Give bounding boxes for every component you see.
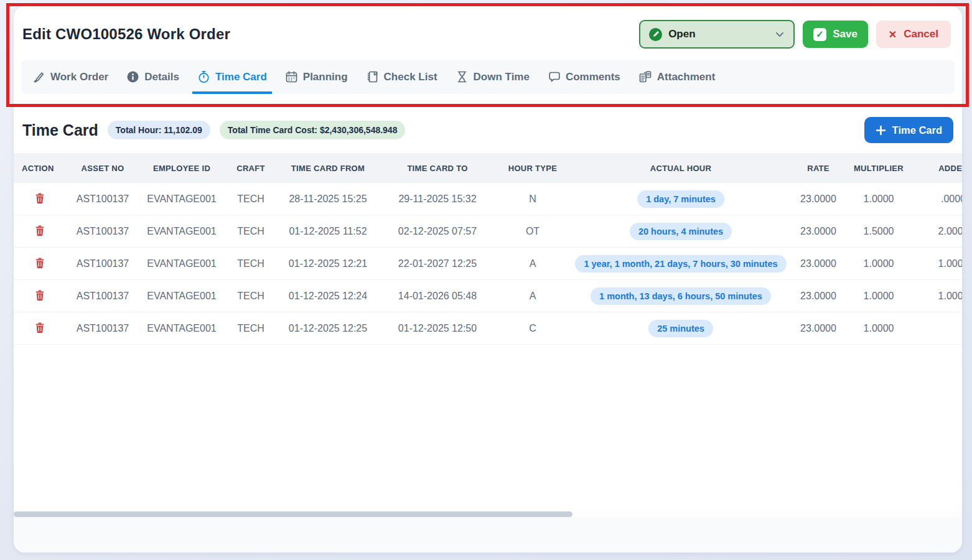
tab-label: Attachment bbox=[657, 71, 716, 83]
actual-hour-pill: 1 year, 1 month, 21 days, 7 hours, 30 mi… bbox=[575, 255, 786, 273]
cell-time-card-to: 01-12-2025 12:50 bbox=[382, 323, 493, 334]
tab-label: Check List bbox=[384, 71, 437, 83]
cell-craft: TECH bbox=[228, 258, 274, 269]
x-icon: ✕ bbox=[889, 29, 897, 40]
delete-row-button[interactable] bbox=[32, 320, 48, 337]
tab-label: Down Time bbox=[474, 71, 530, 83]
cell-craft: TECH bbox=[228, 194, 274, 205]
cell-hour-type: OT bbox=[493, 226, 572, 237]
cell-hour-type: N bbox=[493, 194, 572, 205]
delete-row-button[interactable] bbox=[32, 288, 48, 304]
cell-actual-hour: 20 hours, 4 minutes bbox=[572, 223, 789, 240]
cell-time-card-from: 28-11-2025 15:25 bbox=[274, 194, 382, 205]
column-header-hour-type: HOUR TYPE bbox=[493, 164, 572, 173]
cell-craft: TECH bbox=[228, 226, 274, 237]
cell-actual-hour: 25 minutes bbox=[572, 320, 789, 337]
cell-time-card-to: 14-01-2026 05:48 bbox=[382, 291, 493, 302]
cell-multiplier: 1.0000 bbox=[848, 323, 910, 334]
cell-employee-id: EVANTAGE001 bbox=[136, 258, 228, 269]
horizontal-scrollbar-thumb[interactable] bbox=[14, 511, 572, 517]
tab-bar: Work OrderDetailsTime CardPlanningCheck … bbox=[21, 60, 955, 94]
actual-hour-pill: 20 hours, 4 minutes bbox=[630, 223, 732, 240]
total-cost-badge: Total Time Card Cost: $2,430,306,548.948 bbox=[220, 121, 406, 139]
cell-asset-no: AST100137 bbox=[70, 258, 136, 269]
pen-icon bbox=[32, 70, 45, 83]
column-header-action: ACTION bbox=[14, 164, 70, 173]
cancel-button[interactable]: ✕ Cancel bbox=[876, 21, 951, 48]
delete-row-button[interactable] bbox=[32, 223, 48, 240]
cell-hour-type: C bbox=[493, 323, 572, 334]
notebook-icon bbox=[366, 70, 379, 83]
tab-label: Work Order bbox=[50, 71, 108, 83]
hourglass-icon bbox=[456, 70, 469, 83]
cell-adder: 2.0000 bbox=[910, 226, 962, 237]
cell-multiplier: 1.0000 bbox=[848, 291, 910, 302]
pencil-circle-icon bbox=[649, 28, 662, 41]
status-select-value: Open bbox=[668, 28, 695, 40]
attachment-icon bbox=[638, 70, 652, 83]
cell-craft: TECH bbox=[228, 323, 274, 334]
cell-asset-no: AST100137 bbox=[70, 291, 136, 302]
cell-adder: 1.0000 bbox=[910, 258, 962, 269]
save-button-label: Save bbox=[833, 28, 858, 40]
time-card-table: ACTIONASSET NOEMPLOYEE IDCRAFTTIME CARD … bbox=[14, 153, 962, 345]
tab-label: Planning bbox=[303, 71, 348, 83]
time-card-section-header: Time Card Total Hour: 11,102.09 Total Ti… bbox=[14, 105, 962, 153]
delete-row-button[interactable] bbox=[32, 256, 48, 272]
column-header-asset-no: ASSET NO bbox=[70, 164, 136, 173]
tab-attachment[interactable]: Attachment bbox=[638, 60, 716, 94]
tab-down-time[interactable]: Down Time bbox=[456, 60, 530, 94]
save-button[interactable]: ✓ Save bbox=[803, 21, 868, 48]
tab-work-order[interactable]: Work Order bbox=[32, 60, 108, 94]
table-row: AST100137EVANTAGE001TECH01-12-2025 12:24… bbox=[14, 280, 962, 312]
trash-icon bbox=[34, 225, 45, 238]
chevron-down-icon bbox=[775, 29, 785, 39]
cell-time-card-to: 02-12-2025 07:57 bbox=[382, 226, 493, 237]
comment-icon bbox=[548, 70, 561, 83]
page-title: Edit CWO100526 Work Order bbox=[22, 26, 230, 43]
cell-multiplier: 1.0000 bbox=[848, 258, 910, 269]
calendar-icon bbox=[285, 70, 298, 83]
horizontal-scrollbar bbox=[14, 511, 962, 517]
delete-row-button[interactable] bbox=[32, 191, 48, 207]
cell-time-card-from: 01-12-2025 12:24 bbox=[274, 291, 382, 302]
trash-icon bbox=[34, 192, 45, 206]
cell-asset-no: AST100137 bbox=[70, 323, 136, 334]
status-select[interactable]: Open bbox=[639, 20, 795, 49]
column-header-multiplier: MULTIPLIER bbox=[848, 164, 910, 173]
tab-time-card[interactable]: Time Card bbox=[197, 60, 267, 94]
trash-icon bbox=[34, 257, 45, 271]
card-footer bbox=[14, 517, 962, 553]
cell-actual-hour: 1 day, 7 minutes bbox=[572, 190, 789, 208]
cell-hour-type: A bbox=[493, 258, 572, 269]
section-title: Time Card bbox=[22, 121, 98, 139]
tab-planning[interactable]: Planning bbox=[285, 60, 348, 94]
cell-employee-id: EVANTAGE001 bbox=[136, 291, 228, 302]
cell-adder: 1.0000 bbox=[910, 291, 962, 302]
column-header-time-card-from: TIME CARD FROM bbox=[274, 164, 382, 173]
table-row: AST100137EVANTAGE001TECH01-12-2025 12:21… bbox=[14, 248, 962, 280]
add-time-card-button[interactable]: Time Card bbox=[864, 117, 953, 143]
cell-actual-hour: 1 month, 13 days, 6 hours, 50 minutes bbox=[572, 287, 789, 305]
tab-label: Details bbox=[144, 71, 179, 83]
cell-rate: 23.0000 bbox=[789, 194, 848, 205]
cell-hour-type: A bbox=[493, 291, 572, 302]
column-header-adder: ADDER bbox=[910, 164, 962, 173]
tab-details[interactable]: Details bbox=[126, 60, 179, 94]
trash-icon bbox=[34, 289, 45, 303]
column-header-rate: RATE bbox=[789, 164, 848, 173]
cell-time-card-from: 01-12-2025 11:52 bbox=[274, 226, 382, 237]
actual-hour-pill: 25 minutes bbox=[648, 320, 713, 337]
cell-asset-no: AST100137 bbox=[70, 194, 136, 205]
tab-label: Time Card bbox=[215, 71, 267, 83]
table-body: AST100137EVANTAGE001TECH28-11-2025 15:25… bbox=[14, 183, 962, 345]
cell-multiplier: 1.5000 bbox=[848, 226, 910, 237]
tab-check-list[interactable]: Check List bbox=[366, 60, 437, 94]
table-row: AST100137EVANTAGE001TECH01-12-2025 12:25… bbox=[14, 312, 962, 345]
tab-comments[interactable]: Comments bbox=[548, 60, 620, 94]
header-controls: Open ✓ Save ✕ Cancel bbox=[639, 20, 951, 49]
cell-time-card-from: 01-12-2025 12:25 bbox=[274, 323, 382, 334]
cell-time-card-from: 01-12-2025 12:21 bbox=[274, 258, 382, 269]
cancel-button-label: Cancel bbox=[904, 28, 938, 40]
table-header-row: ACTIONASSET NOEMPLOYEE IDCRAFTTIME CARD … bbox=[14, 153, 962, 183]
